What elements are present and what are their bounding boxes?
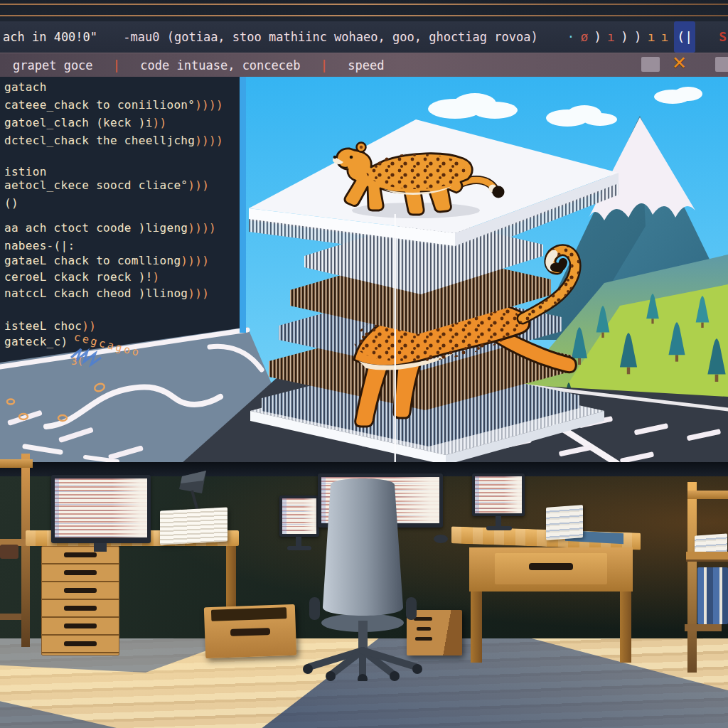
shelf-board (0, 614, 21, 620)
shelf-beam (0, 459, 33, 468)
shelf-post (687, 482, 697, 673)
drawer (42, 600, 119, 618)
toolbar-tab-2[interactable]: code intuase, conceceb (127, 53, 313, 77)
workspace-scene: ach in 400!0" -mau0 (gotiaa, stoo mathii… (0, 0, 728, 728)
decor-small-text: 3( (71, 355, 83, 367)
right-shelf (679, 478, 728, 677)
status-glyph-highlight: (| (674, 21, 695, 53)
status-glyph: ı (607, 21, 615, 53)
desk-leg (620, 592, 631, 663)
drawer (42, 636, 119, 653)
code-line: dctecl_chack the cheelljchg)))) (4, 134, 223, 147)
shelf-board (685, 624, 722, 631)
status-glyph: ) (594, 21, 601, 53)
shelf-board (686, 552, 728, 562)
code-line: istion (4, 166, 47, 178)
drawer (42, 582, 119, 600)
monitor-base (486, 526, 512, 530)
desk-leg (471, 592, 482, 663)
code-line: () (4, 197, 18, 210)
title-bar: ach in 400!0" -mau0 (gotiaa, stoo mathii… (0, 21, 728, 53)
shelf-object (0, 545, 18, 559)
window-close-button[interactable]: ✕ (672, 53, 687, 73)
box-opening (211, 607, 287, 621)
screen-content: gatach cateee_chack to coniilioon°)))) g… (0, 77, 728, 464)
toolbar: grapet goce | code intuase, conceceb | s… (0, 53, 728, 78)
drawer (42, 564, 119, 582)
left-monitor-screen (55, 478, 147, 537)
window-button-partial[interactable] (715, 57, 728, 72)
title-bar-status-glyphs: · ø ) ı ) ) ı ı (| (567, 21, 695, 53)
drawer-handle (529, 563, 573, 570)
code-line: gatach (4, 81, 47, 94)
right-desk-front (469, 547, 633, 592)
toolbar-tab-1[interactable]: grapet goce (0, 53, 106, 77)
shelf-beam (687, 491, 728, 499)
title-text-main: -mau0 (gotiaa, stoo mathiinc wohaeo, goo… (105, 30, 537, 44)
drawer (42, 547, 119, 564)
box-handle (230, 628, 270, 636)
code-line: gataeL chack to comlliong)))) (4, 255, 209, 267)
toolbar-divider: | (321, 58, 328, 73)
left-shelf (0, 446, 34, 653)
left-monitor (51, 475, 151, 543)
window-button-restore[interactable] (641, 57, 660, 72)
split-line (395, 214, 397, 464)
pane-divider (240, 77, 246, 333)
shelf-post (21, 454, 30, 647)
monitor-top-bezel (0, 0, 728, 21)
monitor-stand (94, 543, 107, 552)
shelf-books (697, 567, 728, 624)
status-glyph: ) (634, 21, 642, 53)
office-chair (288, 475, 444, 681)
code-line: cateee_chack to coniilioon°)))) (4, 99, 223, 112)
right-desk-drawer (495, 553, 607, 584)
corner-glyph: S (719, 21, 727, 53)
code-line: gateck_c) (4, 336, 68, 348)
paper-stack (160, 508, 228, 545)
code-line: aetocl_ckece soocd cliace°))) (4, 179, 209, 192)
status-glyph: ı (648, 21, 655, 53)
right-monitor (472, 473, 525, 516)
code-line: natccL ckach cheod )llinog))) (4, 287, 209, 300)
toolbar-divider: | (113, 58, 120, 73)
status-glyph: ı (660, 21, 668, 53)
status-glyph: · (567, 21, 575, 53)
toolbar-tab-3[interactable]: speed (335, 53, 397, 77)
drawer (42, 618, 119, 636)
status-glyph: ) (621, 21, 628, 53)
title-text-left: ach in 400!0" (0, 30, 97, 44)
code-line: aa ach ctoct coode )ligeng)))) (4, 222, 216, 235)
bezel-highlight-line (0, 4, 728, 5)
drawer-cabinet (41, 546, 119, 655)
bezel-highlight-line (0, 15, 728, 16)
book-stack (546, 505, 583, 540)
code-line: nabees-(|: (4, 240, 75, 252)
right-monitor-screen (475, 476, 522, 513)
status-glyph: ø (580, 21, 588, 53)
code-line: gatoel_clach (keck )i)) (4, 117, 166, 129)
code-line: ceroeL ckack roeck )!) (4, 271, 160, 284)
open-wooden-box (204, 604, 296, 658)
code-line: isteeL choc)) (4, 320, 96, 333)
